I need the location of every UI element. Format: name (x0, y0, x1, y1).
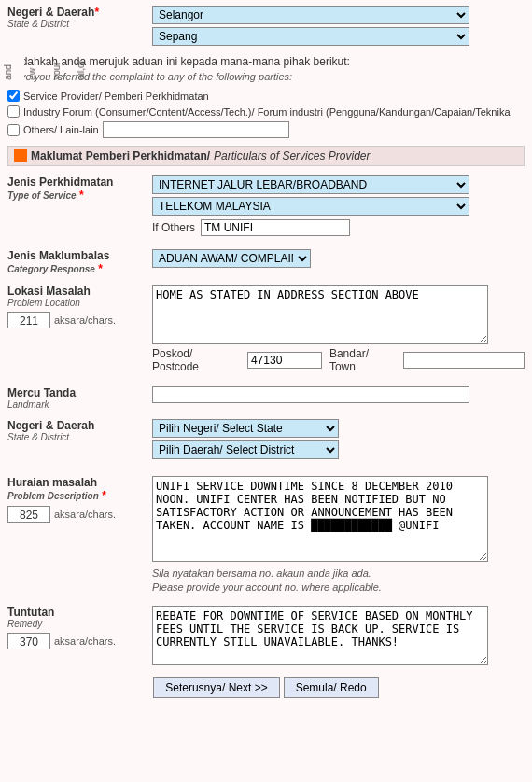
lokasi-masalah-controls: HOME AS STATED IN ADDRESS SECTION ABOVE … (152, 285, 525, 377)
mercu-tanda-field: Mercu Tanda Landmark (7, 384, 525, 412)
negeri-daerah-top-field: Negeri & Daerah* State & District Selang… (7, 4, 525, 48)
if-others-input[interactable] (201, 219, 350, 236)
negeri-daerah-bottom-label: Negeri & Daerah (7, 419, 145, 432)
reset-button[interactable]: Semula/ Redo (284, 677, 379, 698)
mercu-tanda-input[interactable] (152, 386, 469, 403)
if-others-label: If Others (152, 221, 195, 234)
state-top-select[interactable]: Selangor (152, 6, 469, 24)
checkbox-industry-forum-input[interactable] (7, 105, 20, 118)
tuntutan-field: Tuntutan Remedy 370 aksara/chars. REBATE… (7, 604, 525, 670)
huraian-masalah-controls: UNIFI SERVICE DOWNTIME SINCE 8 DECEMBER … (152, 476, 525, 593)
tuntutan-char-count: 370 (7, 633, 50, 649)
tuntutan-sublabel: Remedy (7, 619, 145, 629)
postcode-label: Poskod/ Postcode (152, 347, 240, 373)
negeri-daerah-bottom-field: Negeri & Daerah State & District Pilih N… (7, 417, 525, 461)
jenis-perkhidmatan-label: Jenis Perkhidmatan Type of Service * (7, 175, 145, 202)
huraian-char-row: 825 aksara/chars. (7, 506, 145, 523)
tuntutan-label: Tuntutan (7, 606, 145, 619)
lokasi-masalah-textarea[interactable]: HOME AS STATED IN ADDRESS SECTION ABOVE (152, 285, 488, 344)
mercu-tanda-sublabel: Landmark (7, 399, 145, 410)
service-type-select[interactable]: INTERNET JALUR LEBAR/BROADBAND (152, 175, 469, 194)
huraian-note-2: Please provide your account no. where ap… (152, 581, 525, 593)
negeri-daerah-top-sublabel: State & District (7, 19, 145, 29)
side-label: andewyourail,or (0, 56, 24, 84)
postcode-row: Poskod/ Postcode Bandar/ Town (152, 347, 525, 373)
if-others-row: If Others (152, 219, 525, 236)
mercu-tanda-label: Mercu Tanda (7, 386, 145, 399)
jenis-maklumbalas-label: Jenis Maklumbalas Category Response * (7, 249, 145, 275)
tuntutan-controls: REBATE FOR DOWNTIME OF SERVICE BASED ON … (152, 606, 525, 668)
checkbox-industry-forum[interactable]: Industry Forum (Consumer/Content/Access/… (7, 105, 525, 118)
jenis-perkhidmatan-field: Jenis Perkhidmatan Type of Service * INT… (7, 174, 525, 242)
district-bottom-select[interactable]: Pilih Daerah/ Select District (152, 440, 339, 459)
huraian-char-count: 825 (7, 506, 50, 523)
provider-select[interactable]: TELEKOM MALAYSIA (152, 197, 469, 216)
district-top-select[interactable]: Sepang (152, 27, 469, 46)
postcode-input[interactable] (247, 352, 322, 369)
state-bottom-select[interactable]: Pilih Negeri/ Select State (152, 419, 339, 438)
category-response-select[interactable]: ADUAN AWAM/ COMPLAINT (152, 249, 311, 268)
next-button[interactable]: Seterusnya/ Next >> (153, 677, 279, 698)
tuntutan-textarea[interactable]: REBATE FOR DOWNTIME OF SERVICE BASED ON … (152, 606, 488, 665)
lokasi-char-label: aksara/chars. (54, 314, 116, 326)
town-label: Bandar/ Town (329, 347, 396, 373)
mercu-tanda-controls (152, 386, 525, 403)
buttons-row: Seterusnya/ Next >> Semula/ Redo (7, 677, 525, 698)
huraian-masalah-textarea[interactable]: UNIFI SERVICE DOWNTIME SINCE 8 DECEMBER … (152, 476, 488, 562)
negeri-daerah-bottom-controls: Pilih Negeri/ Select State Pilih Daerah/… (152, 419, 525, 459)
lokasi-masalah-label: Lokasi Masalah (7, 285, 145, 298)
others-text-input[interactable] (103, 121, 289, 138)
jenis-maklumbalas-controls: ADUAN AWAM/ COMPLAINT (152, 249, 525, 268)
section-header: Maklumat Pemberi Perkhidmatan/ Particula… (7, 146, 525, 166)
town-input[interactable] (403, 352, 525, 369)
lokasi-masalah-sublabel: Problem Location (7, 298, 145, 308)
tuntutan-char-row: 370 aksara/chars. (7, 633, 145, 649)
huraian-masalah-field: Huraian masalah Problem Description * 82… (7, 474, 525, 594)
huraian-note-1: Sila nyatakan bersama no. akaun anda jik… (152, 567, 525, 579)
checkbox-industry-forum-label: Industry Forum (Consumer/Content/Access/… (23, 106, 511, 118)
section-icon (14, 149, 27, 162)
negeri-daerah-top-label: Negeri & Daerah* (7, 6, 145, 19)
jenis-maklumbalas-field: Jenis Maklumbalas Category Response * AD… (7, 247, 525, 277)
lokasi-masalah-field: Lokasi Masalah Problem Location 211 aksa… (7, 283, 525, 379)
lokasi-char-row: 211 aksara/chars. (7, 312, 145, 328)
huraian-char-label: aksara/chars. (54, 509, 116, 520)
checkbox-others[interactable]: Others/ Lain-lain (7, 121, 525, 138)
checkbox-service-provider-input[interactable] (7, 90, 20, 102)
tuntutan-char-label: aksara/chars. (54, 635, 116, 647)
lokasi-char-count: 211 (7, 312, 50, 328)
huraian-masalah-label: Huraian masalah Problem Description * (7, 476, 145, 502)
negeri-daerah-top-controls: Selangor Sepang (152, 6, 525, 46)
checkbox-service-provider[interactable]: Service Provider/ Pemberi Perkhidmatan (7, 90, 525, 102)
negeri-daerah-bottom-sublabel: State & District (7, 432, 145, 442)
checkbox-others-input[interactable] (7, 124, 20, 136)
checkbox-service-provider-label: Service Provider/ Pemberi Perkhidmatan (23, 91, 209, 102)
checkbox-others-label: Others/ Lain-lain (23, 124, 99, 135)
jenis-perkhidmatan-controls: INTERNET JALUR LEBAR/BROADBAND TELEKOM M… (152, 175, 525, 240)
